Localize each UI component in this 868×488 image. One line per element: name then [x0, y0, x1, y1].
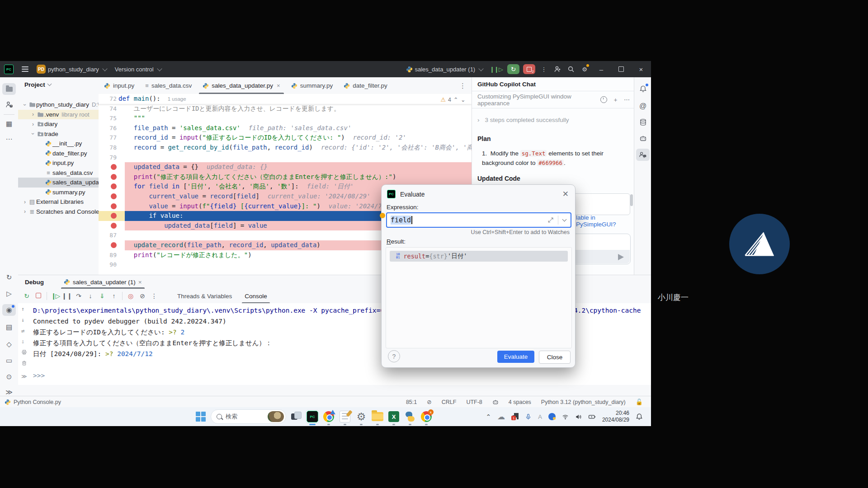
task-view-button[interactable] — [290, 410, 302, 423]
suggested-question-link[interactable]: lable in PySimpleGUI? — [576, 214, 634, 228]
help-button[interactable]: ? — [388, 350, 400, 362]
tree-item-python_study_diary[interactable]: ›python_study_diaryD:\proje — [18, 100, 99, 110]
structure-toolwindow-button[interactable]: ▦ — [2, 118, 16, 130]
breakpoint-icon[interactable] — [111, 242, 117, 248]
tree-chevron-icon[interactable]: › — [30, 131, 36, 137]
tree-item-External Libraries[interactable]: ›▤External Libraries — [18, 197, 99, 207]
tray-app-badge-icon[interactable]: 1 — [511, 413, 519, 420]
caret-position[interactable]: 85:1 — [406, 399, 417, 405]
line-ending[interactable]: CRLF — [442, 399, 457, 405]
tray-globe-icon[interactable] — [548, 413, 556, 420]
ime-indicator[interactable]: A — [538, 413, 542, 420]
prev-problem-icon[interactable]: ⌃ — [453, 96, 458, 103]
minimize-button[interactable]: – — [591, 61, 611, 77]
code-line[interactable]: updated_data = {}updated_data: {} — [99, 162, 472, 172]
taskbar-notepad[interactable] — [339, 410, 351, 423]
copilot-scrollbar[interactable] — [630, 194, 633, 206]
step-over-icon[interactable]: ↷ — [73, 292, 85, 300]
tree-item-.venv[interactable]: ›.venvlibrary root — [18, 110, 99, 120]
run-config-selector[interactable]: sales_data_updater (1) — [402, 61, 487, 77]
usages-hint[interactable]: 1 usage — [168, 96, 186, 102]
tab-console[interactable]: Console — [238, 289, 274, 303]
pull-requests-button[interactable] — [2, 99, 16, 110]
breakpoint-icon[interactable] — [111, 223, 117, 229]
tree-chevron-icon[interactable]: › — [22, 199, 28, 205]
maximize-button[interactable] — [611, 61, 631, 77]
tree-item-Scratches and Consoles[interactable]: ›≣Scratches and Consoles — [18, 207, 99, 217]
tree-item-sales_data_updater.py[interactable]: sales_data_updater.py — [18, 178, 99, 188]
status-file[interactable]: Python Console.py — [5, 399, 61, 405]
code-line[interactable]: 74 ユーザーにレコードIDと更新内容を入力させ、レコードを更新します。 — [99, 104, 472, 114]
stop-icon[interactable] — [33, 292, 44, 300]
vcs-widget[interactable]: Version control — [111, 61, 165, 77]
database-button[interactable] — [636, 116, 650, 128]
resume-icon[interactable]: ❙▷ — [49, 292, 61, 300]
editor-tab-sales_data_updater.py[interactable]: sales_data_updater.py× — [197, 77, 285, 94]
scroll-up-icon[interactable]: ↑ — [21, 306, 24, 312]
scroll-to-end-icon[interactable]: ⇩ — [21, 338, 24, 345]
breakpoint-icon[interactable] — [111, 183, 117, 189]
breakpoint-icon[interactable] — [111, 213, 117, 219]
editor-tab-date_filter.py[interactable]: date_filter.py — [338, 77, 393, 94]
editor-tab-sales_data.csv[interactable]: ≡sales_data.csv — [140, 77, 197, 94]
force-step-into-icon[interactable]: ⇓ — [96, 292, 108, 300]
code-line[interactable]: 79 — [99, 153, 472, 163]
microphone-icon[interactable] — [525, 413, 532, 420]
file-encoding[interactable]: UTF-8 — [466, 399, 482, 405]
taskbar-python[interactable] — [404, 410, 416, 423]
lock-icon[interactable]: 🔓 — [636, 399, 643, 405]
search-everywhere-button[interactable] — [564, 61, 578, 77]
more-toolwindows-button[interactable]: ⋯ — [2, 133, 16, 145]
code-line[interactable]: print("修正する項目を入力してください（空白のままEnterを押すと修正し… — [99, 172, 472, 182]
pycharm-logo-icon[interactable]: PC — [0, 61, 18, 77]
send-icon[interactable] — [618, 254, 624, 260]
print-icon[interactable] — [21, 349, 27, 355]
pause-icon[interactable]: ❙❙ — [61, 292, 73, 300]
tab-options-button[interactable]: ⋮ — [454, 77, 472, 94]
editor-tab-summary.py[interactable]: summary.py — [286, 77, 339, 94]
debug-toolwindow-button[interactable]: ◉ — [2, 304, 16, 316]
indent-setting[interactable]: 4 spaces — [509, 399, 531, 405]
packages-toolwindow-button[interactable]: ◇ — [2, 338, 16, 350]
rerun-button[interactable]: ↻ — [507, 64, 519, 74]
onedrive-cloud-icon[interactable]: ☁ — [497, 412, 505, 422]
services-toolwindow-button[interactable]: ▤ — [2, 321, 16, 333]
project-panel-header[interactable]: Project — [18, 77, 99, 92]
close-icon[interactable]: × — [277, 82, 280, 89]
battery-icon[interactable] — [588, 413, 596, 421]
code-line[interactable]: 78 record = get_record_by_id(file_path, … — [99, 143, 472, 153]
step-out-icon[interactable]: ↑ — [108, 292, 120, 300]
code-line[interactable]: 75 """ — [99, 113, 472, 123]
tree-chevron-icon[interactable]: › — [22, 102, 28, 108]
breakpoint-icon[interactable] — [111, 174, 117, 180]
debug-session-tab[interactable]: sales_data_updater (1) × — [61, 275, 145, 289]
taskbar-chrome[interactable]: k — [420, 410, 433, 423]
notification-bell-icon[interactable] — [636, 413, 643, 420]
tab-threads-variables[interactable]: Threads & Variables — [171, 289, 238, 303]
mute-breakpoints-icon[interactable]: ⊘ — [427, 399, 431, 405]
tree-chevron-icon[interactable]: › — [30, 111, 36, 117]
taskbar-excel[interactable]: X — [387, 410, 400, 423]
project-toolwindow-button[interactable] — [2, 83, 16, 95]
breakpoint-icon[interactable] — [111, 203, 117, 209]
step-into-icon[interactable]: ↓ — [85, 292, 96, 300]
problems-toolwindow-button[interactable]: ⊙ — [2, 371, 16, 383]
close-icon[interactable]: × — [138, 279, 142, 286]
stop-button[interactable]: 2 — [523, 64, 535, 74]
more-icon[interactable]: ⋯ — [624, 96, 630, 103]
taskbar-explorer[interactable] — [371, 410, 384, 423]
commit-toolwindow-button[interactable]: ↻ — [2, 272, 16, 283]
next-problem-icon[interactable]: ⌃ — [461, 96, 465, 103]
tree-item-sales_data.csv[interactable]: ≡sales_data.csv — [18, 168, 99, 178]
main-menu-button[interactable] — [18, 61, 33, 77]
editor-tab-input.py[interactable]: input.py — [99, 77, 140, 94]
taskbar-browser-drive[interactable] — [322, 410, 335, 423]
taskbar-settings[interactable]: ⚙ — [355, 410, 368, 423]
tree-chevron-icon[interactable]: › — [22, 208, 28, 215]
tree-chevron-icon[interactable]: › — [30, 121, 36, 127]
code-line[interactable]: 72def main():1 usage — [99, 94, 472, 104]
dialog-close-icon[interactable]: ✕ — [562, 189, 569, 199]
expression-input[interactable]: field ⤢ — [386, 212, 571, 228]
view-breakpoints-icon[interactable]: ◎ — [125, 292, 137, 300]
debug-paused-icon[interactable]: ❙❙▷ — [490, 66, 503, 73]
